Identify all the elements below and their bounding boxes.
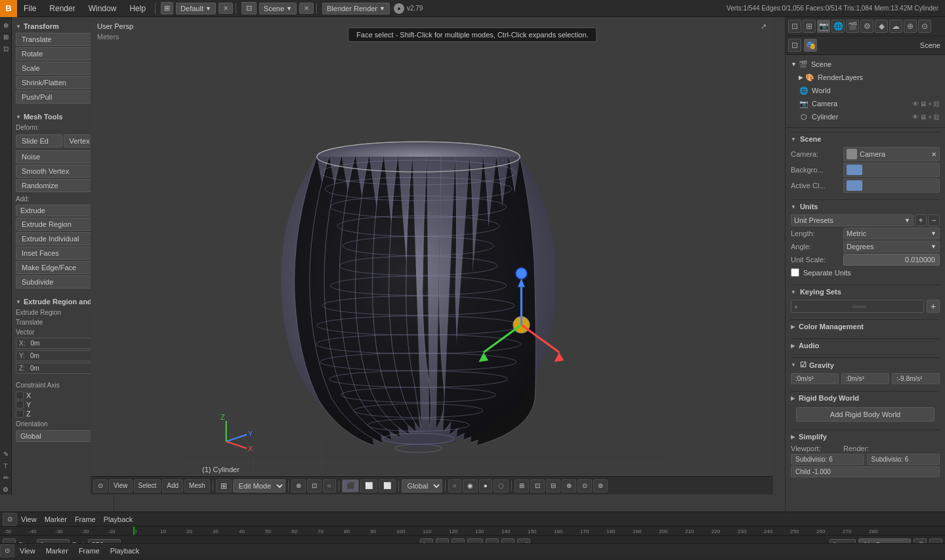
y-val[interactable]: 0m bbox=[28, 351, 97, 361]
tree-world[interactable]: 🌐 World bbox=[788, 84, 942, 97]
camera-render[interactable]: 🖥 bbox=[920, 100, 927, 108]
select-menu-btn[interactable]: Select bbox=[134, 479, 161, 492]
proportional-btn[interactable]: ○ bbox=[323, 479, 336, 492]
angle-dropdown[interactable]: Degrees ▼ bbox=[843, 241, 940, 252]
menu-help[interactable]: Help bbox=[123, 0, 152, 17]
tool-icon-2[interactable]: ⊞ bbox=[1, 31, 11, 42]
gravity-y-field[interactable]: :0m/s² bbox=[841, 373, 889, 384]
shading-2[interactable]: ◉ bbox=[463, 479, 478, 492]
menu-file[interactable]: File bbox=[17, 0, 43, 17]
cyl-link[interactable]: ⛓ bbox=[933, 113, 940, 121]
tool-icon-1[interactable]: ⊕ bbox=[1, 20, 11, 30]
rp-icon-4[interactable]: 🌐 bbox=[831, 20, 845, 33]
rp-icon-9[interactable]: ⊕ bbox=[904, 20, 917, 33]
status-view[interactable]: View bbox=[14, 547, 41, 555]
tree-renderlayers[interactable]: ▶ 🎨 RenderLayers bbox=[788, 71, 942, 84]
keying-add-btn[interactable]: + bbox=[927, 300, 940, 313]
mesh-menu-btn[interactable]: Mesh bbox=[184, 479, 209, 492]
extra-6[interactable]: ⊚ bbox=[593, 479, 608, 492]
unit-scale-bar[interactable]: 0.010000 bbox=[843, 254, 940, 266]
rp-icon-7[interactable]: ◆ bbox=[875, 20, 888, 33]
extra-3[interactable]: ⊟ bbox=[546, 479, 560, 492]
shading-1[interactable]: ○ bbox=[448, 479, 461, 492]
x-val[interactable]: 0m bbox=[28, 338, 97, 348]
camera-eye[interactable]: 👁 bbox=[912, 100, 919, 108]
add-rigid-body-world-btn[interactable]: Add Rigid Body World bbox=[796, 407, 934, 422]
status-icon[interactable]: ⊙ bbox=[0, 544, 14, 557]
add-menu-btn[interactable]: Add bbox=[162, 479, 183, 492]
snap-btn[interactable]: ⊡ bbox=[307, 479, 322, 492]
viewport-expand[interactable]: ↗ bbox=[761, 22, 766, 31]
viewport[interactable]: User Persp Meters ↗ bbox=[91, 17, 773, 494]
camera-link[interactable]: ⛓ bbox=[933, 100, 940, 108]
gravity-z-field[interactable]: :-9.8m/s² bbox=[892, 373, 940, 384]
menu-render[interactable]: Render bbox=[43, 0, 81, 17]
timeline-icon[interactable]: ⊙ bbox=[3, 513, 17, 526]
z-check[interactable] bbox=[16, 410, 24, 418]
background-field[interactable] bbox=[843, 163, 940, 177]
close-scene-btn[interactable]: ✕ bbox=[299, 3, 314, 14]
separate-units-check[interactable] bbox=[791, 268, 799, 277]
pivot-btn[interactable]: ⊕ bbox=[291, 479, 306, 492]
timeline-playback[interactable]: Playback bbox=[100, 511, 137, 528]
unit-presets-add[interactable]: + bbox=[915, 214, 927, 226]
active-cl-field[interactable] bbox=[843, 178, 940, 193]
keying-sets-header[interactable]: Keying Sets bbox=[791, 285, 940, 298]
shading-icon[interactable]: ✎ bbox=[1, 449, 11, 459]
cyl-extra[interactable]: + bbox=[928, 113, 932, 121]
close-screen-btn[interactable]: ✕ bbox=[219, 3, 233, 14]
shading-4[interactable]: ◌ bbox=[494, 479, 509, 492]
rp-icon-6[interactable]: ⚙ bbox=[860, 20, 873, 33]
engine-dropdown[interactable]: Blender Render ▼ bbox=[322, 3, 390, 14]
tree-scene[interactable]: ▼ 🎬 Scene bbox=[788, 58, 942, 71]
mode-icon[interactable]: ⊞ bbox=[216, 479, 232, 492]
rp-icon-10[interactable]: ⊙ bbox=[918, 20, 931, 33]
color-management-header[interactable]: Color Management bbox=[791, 319, 940, 333]
timeline-marker[interactable]: Marker bbox=[41, 511, 71, 528]
tree-cylinder[interactable]: ⬡ Cylinder 👁 🖥 + ⛓ bbox=[788, 110, 942, 123]
gravity-header[interactable]: ☑ Gravity bbox=[791, 357, 940, 372]
child-field[interactable]: Child -1.000 bbox=[791, 466, 940, 477]
status-marker[interactable]: Marker bbox=[41, 547, 74, 555]
acl-color[interactable] bbox=[847, 180, 862, 191]
unit-presets-dropdown[interactable]: Unit Presets ▼ bbox=[791, 214, 914, 226]
audio-header[interactable]: Audio bbox=[791, 338, 940, 352]
shading-3[interactable]: ● bbox=[479, 479, 492, 492]
z-val[interactable]: 0m bbox=[28, 363, 97, 373]
select-mode-3[interactable]: ⬜ bbox=[379, 479, 396, 492]
extra-2[interactable]: ⊡ bbox=[530, 479, 545, 492]
scene-props-header[interactable]: Scene bbox=[791, 132, 940, 146]
gravity-x-field[interactable]: :0m/s² bbox=[791, 373, 839, 384]
rp-icon-5[interactable]: 🎬 bbox=[846, 20, 859, 33]
global-select[interactable]: Global bbox=[402, 479, 442, 492]
tree-camera[interactable]: 📷 Camera 👁 🖥 + ⛓ bbox=[788, 97, 942, 110]
y-check[interactable] bbox=[16, 401, 24, 409]
default-dropdown[interactable]: Default ▼ bbox=[176, 3, 216, 14]
status-playback[interactable]: Playback bbox=[105, 547, 145, 555]
rp-icon-3[interactable]: 📷 bbox=[817, 20, 830, 33]
grease-icon[interactable]: ✏ bbox=[1, 472, 11, 483]
rp-icon-2[interactable]: ⊞ bbox=[803, 20, 816, 33]
rigid-body-world-header[interactable]: Rigid Body World bbox=[791, 391, 940, 405]
cyl-render[interactable]: 🖥 bbox=[920, 113, 927, 121]
rp-icon2-1[interactable]: ⊡ bbox=[788, 39, 801, 52]
timeline-view[interactable]: View bbox=[17, 511, 41, 528]
subdivisio-render-field[interactable]: Subdivisio: 6 bbox=[867, 454, 940, 465]
timeline-frame[interactable]: Frame bbox=[71, 511, 100, 528]
length-dropdown[interactable]: Metric ▼ bbox=[843, 228, 940, 239]
camera-extra[interactable]: + bbox=[928, 100, 932, 108]
simplify-header[interactable]: Simplify bbox=[791, 430, 940, 443]
uvs-icon[interactable]: ⊤ bbox=[1, 460, 11, 471]
gravity-check[interactable]: ☑ bbox=[800, 361, 807, 369]
tool-icon-3[interactable]: ⊡ bbox=[1, 43, 11, 54]
slide-edge-btn[interactable]: Slide Ed bbox=[16, 134, 62, 148]
extra-1[interactable]: ⊞ bbox=[514, 479, 529, 492]
menu-window[interactable]: Window bbox=[82, 0, 123, 17]
unit-presets-minus[interactable]: − bbox=[928, 214, 940, 226]
extra-4[interactable]: ⊕ bbox=[562, 479, 576, 492]
rp-icon2-2[interactable]: 🎭 bbox=[804, 39, 817, 52]
x-check[interactable] bbox=[16, 391, 24, 399]
options-icon[interactable]: ⚙ bbox=[1, 484, 11, 494]
select-mode-1[interactable]: ⬛ bbox=[342, 479, 359, 492]
cyl-eye[interactable]: 👁 bbox=[912, 113, 919, 121]
